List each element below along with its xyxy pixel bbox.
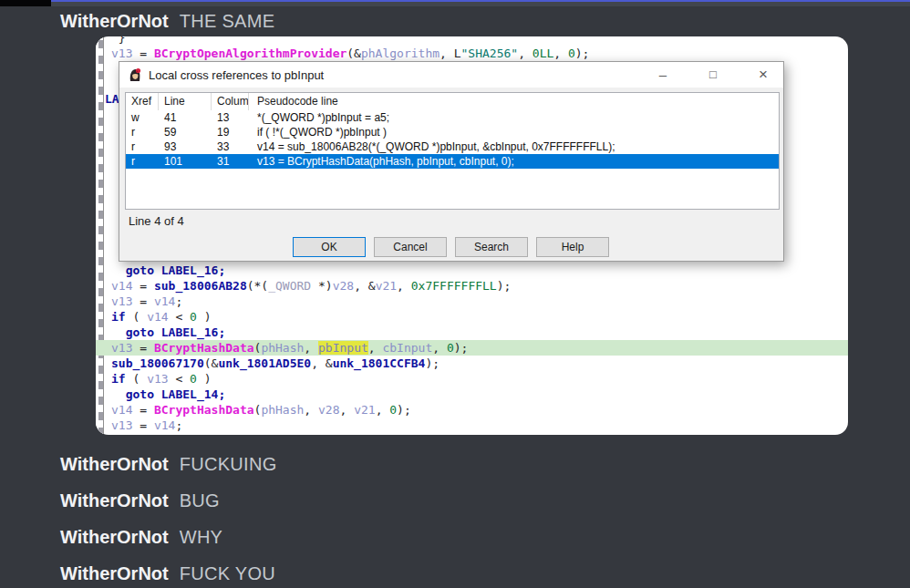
xref-table: Xref Line Column Pseudocode line w4113*(… bbox=[125, 92, 780, 210]
chat-message: WitherOrNotFUCKUING bbox=[0, 453, 910, 477]
xref-cell: v14 = sub_18006AB28(*(_QWORD *)pbInput, … bbox=[249, 139, 779, 154]
code-line[interactable]: v13 = v14; bbox=[96, 418, 848, 433]
xref-cell: r bbox=[126, 154, 159, 169]
xref-cell: 59 bbox=[159, 125, 212, 139]
xref-cell: w bbox=[126, 110, 159, 125]
xref-cell: 13 bbox=[212, 110, 249, 125]
code-line[interactable]: goto LABEL_16; bbox=[96, 325, 848, 340]
ok-button[interactable]: OK bbox=[293, 237, 366, 257]
code-line[interactable]: goto LABEL_14; bbox=[96, 387, 848, 402]
code-line[interactable]: goto LABEL_16; bbox=[96, 263, 848, 278]
dialog-buttons: OK Cancel Search Help bbox=[293, 237, 609, 257]
close-icon[interactable]: × bbox=[753, 65, 773, 85]
column-header-pseudocode[interactable]: Pseudocode line bbox=[249, 93, 779, 110]
column-header-xref[interactable]: Xref bbox=[126, 93, 159, 110]
xref-row[interactable]: w4113*(_QWORD *)pbInput = a5; bbox=[126, 110, 779, 125]
code-line[interactable]: v14 = sub_18006AB28(*(_QWORD *)v28, &v21… bbox=[96, 278, 848, 294]
code-line[interactable]: } bbox=[96, 36, 848, 46]
chat-message: WitherOrNotWHY bbox=[0, 526, 910, 550]
column-header-column[interactable]: Column bbox=[212, 93, 249, 110]
xref-cell: 19 bbox=[212, 125, 249, 139]
code-line[interactable]: v14 = BCryptHashData(phHash, v28, v21, 0… bbox=[96, 402, 848, 418]
message-content: FUCKUING bbox=[180, 454, 277, 474]
message-author[interactable]: WitherOrNot bbox=[60, 11, 169, 31]
xref-cell: 41 bbox=[159, 110, 212, 125]
previous-attachment-edge bbox=[0, 0, 910, 6]
dialog-titlebar[interactable]: Local cross references to pbInput – □ × bbox=[119, 62, 783, 88]
xref-cell: 33 bbox=[212, 139, 249, 154]
chat-message: WitherOrNotBUG bbox=[0, 490, 910, 513]
xref-dialog: Local cross references to pbInput – □ × … bbox=[119, 61, 784, 262]
xref-cell: r bbox=[126, 125, 159, 139]
maximize-icon[interactable]: □ bbox=[703, 65, 723, 85]
xref-cell: *(_QWORD *)pbInput = a5; bbox=[249, 110, 779, 125]
message-content: FUCK YOU bbox=[180, 563, 275, 583]
message-content: BUG bbox=[180, 490, 220, 511]
cancel-button[interactable]: Cancel bbox=[374, 237, 447, 257]
message-author[interactable]: WitherOrNot bbox=[60, 490, 169, 511]
message-content: THE SAME bbox=[180, 11, 275, 31]
chat-message: WitherOrNotFUCK YOU bbox=[0, 562, 910, 586]
xref-cell: 93 bbox=[159, 139, 212, 154]
code-line[interactable]: if ( v13 < 0 ) bbox=[96, 371, 848, 387]
dialog-title: Local cross references to pbInput bbox=[149, 68, 324, 82]
code-line[interactable]: v13 = v14; bbox=[96, 294, 848, 309]
attachment-corner bbox=[0, 0, 51, 6]
chat-message: WitherOrNotTHE SAME bbox=[0, 6, 910, 34]
xref-row[interactable]: r9333v14 = sub_18006AB28(*(_QWORD *)pbIn… bbox=[126, 139, 779, 154]
search-button[interactable]: Search bbox=[455, 237, 528, 257]
minimize-icon[interactable]: – bbox=[653, 65, 673, 85]
pseudocode-bottom[interactable]: goto LABEL_16;v14 = sub_18006AB28(*(_QWO… bbox=[96, 263, 848, 435]
message-author[interactable]: WitherOrNot bbox=[60, 454, 169, 474]
code-line[interactable]: sub_180067170(&unk_1801AD5E0, &unk_1801C… bbox=[96, 356, 848, 371]
code-line[interactable]: v13 = BCryptOpenAlgorithmProvider(&phAlg… bbox=[96, 46, 848, 61]
message-content: WHY bbox=[180, 527, 223, 547]
table-body: w4113*(_QWORD *)pbInput = a5;r5919if ( !… bbox=[126, 110, 779, 169]
xref-cell: v13 = BCryptHashData(phHash, pbInput, cb… bbox=[249, 154, 779, 169]
ida-mascot-icon bbox=[128, 67, 142, 82]
xref-cell: 101 bbox=[159, 154, 212, 169]
help-button[interactable]: Help bbox=[536, 237, 609, 257]
code-line[interactable]: v13 = BCryptHashData(phHash, pbInput, cb… bbox=[96, 340, 848, 356]
message-author[interactable]: WitherOrNot bbox=[60, 527, 169, 547]
column-header-line[interactable]: Line bbox=[159, 93, 212, 110]
code-line[interactable]: if ( v14 < 0 ) bbox=[96, 309, 848, 325]
pseudocode-fragment: LA bbox=[105, 92, 119, 106]
pseudocode-top[interactable]: }v13 = BCryptOpenAlgorithmProvider(&phAl… bbox=[96, 36, 848, 61]
xref-row[interactable]: r5919if ( !*(_QWORD *)pbInput ) bbox=[126, 125, 779, 139]
xref-row[interactable]: r10131v13 = BCryptHashData(phHash, pbInp… bbox=[126, 154, 779, 169]
xref-cell: r bbox=[126, 139, 159, 154]
status-line-count: Line 4 of 4 bbox=[129, 214, 184, 228]
attachment-border-line bbox=[0, 0, 910, 2]
code-line[interactable]: if ( v14 < 0 bbox=[96, 433, 848, 435]
table-header: Xref Line Column Pseudocode line bbox=[126, 93, 779, 110]
xref-cell: 31 bbox=[212, 154, 249, 169]
message-author[interactable]: WitherOrNot bbox=[60, 563, 169, 583]
xref-cell: if ( !*(_QWORD *)pbInput ) bbox=[249, 125, 779, 139]
attachment-image[interactable]: }v13 = BCryptOpenAlgorithmProvider(&phAl… bbox=[96, 36, 848, 435]
